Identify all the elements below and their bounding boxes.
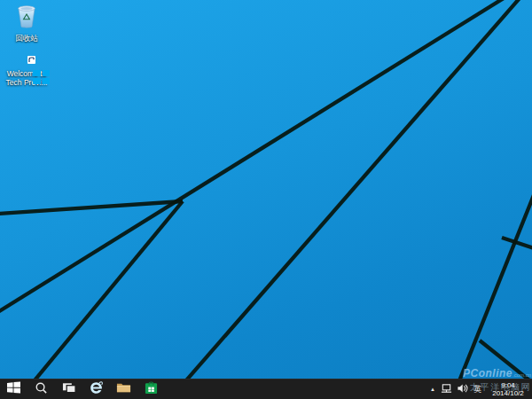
wallpaper-lines bbox=[0, 0, 532, 399]
clock-date: 2014/10/2 bbox=[489, 389, 528, 397]
network-tray-button[interactable] bbox=[441, 381, 452, 397]
start-button[interactable] bbox=[0, 379, 27, 399]
system-tray: ▲ 英 9:04 2014/10/2 bbox=[429, 379, 532, 399]
tray-clock[interactable]: 9:04 2014/10/2 bbox=[487, 381, 529, 397]
search-icon bbox=[35, 381, 48, 398]
desktop-icon-recycle-bin[interactable]: 回收站 bbox=[2, 4, 51, 43]
taskbar: ▲ 英 9:04 2014/10/2 bbox=[0, 379, 532, 399]
desktop-wallpaper: 回收站 Welcome to Tech Previ... bbox=[0, 0, 532, 399]
icon-label: 回收站 bbox=[2, 34, 51, 43]
network-icon bbox=[441, 383, 452, 394]
windows-logo-icon bbox=[33, 70, 50, 84]
folder-icon bbox=[116, 381, 131, 397]
store-button[interactable] bbox=[137, 379, 165, 399]
ime-indicator[interactable]: 英 bbox=[473, 379, 482, 399]
task-view-button[interactable] bbox=[55, 379, 82, 399]
windows-logo-icon bbox=[7, 381, 20, 397]
clock-time: 9:04 bbox=[489, 381, 528, 389]
task-view-icon bbox=[62, 381, 76, 397]
volume-tray-button[interactable] bbox=[457, 381, 468, 397]
shortcut-arrow-icon bbox=[27, 56, 35, 64]
internet-explorer-button[interactable] bbox=[82, 379, 110, 399]
ie-icon bbox=[89, 380, 104, 399]
search-button[interactable] bbox=[27, 379, 55, 399]
speaker-icon bbox=[457, 383, 468, 394]
file-explorer-button[interactable] bbox=[110, 379, 137, 399]
store-icon bbox=[145, 381, 158, 398]
recycle-bin-icon bbox=[12, 4, 41, 33]
desktop-icon-welcome-shortcut[interactable]: Welcome to Tech Previ... bbox=[2, 52, 51, 87]
tray-overflow-button[interactable]: ▲ bbox=[429, 379, 436, 399]
